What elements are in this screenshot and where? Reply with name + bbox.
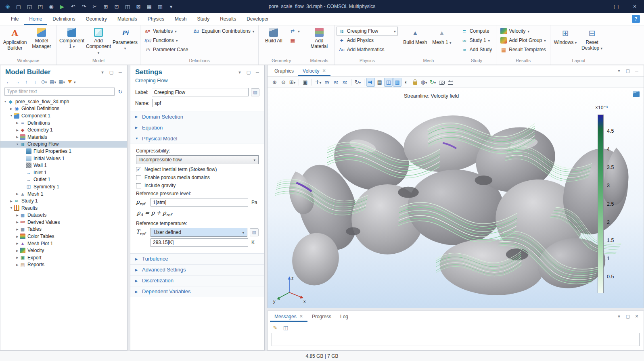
tree-item-geometry-1[interactable]: Geometry 1 (0, 126, 127, 134)
zoom-in-icon[interactable]: ⊕ (270, 78, 279, 87)
new-file-icon[interactable]: ▢ (13, 1, 24, 12)
import-geometry-button[interactable] (287, 27, 302, 35)
mesh-1-button[interactable]: Mesh 1 (429, 27, 455, 56)
filter-funnel-icon[interactable] (68, 80, 72, 83)
close-panel-icon[interactable]: ─ (633, 67, 640, 75)
porous-media-checkbox[interactable] (136, 175, 141, 180)
section-turbulence[interactable]: Turbulence (130, 253, 264, 264)
menu-home[interactable]: Home (24, 13, 47, 25)
cut-icon[interactable]: ✂ (90, 1, 100, 12)
move-down-icon[interactable]: ↓ (31, 78, 39, 86)
chevron-right-icon[interactable] (15, 263, 20, 267)
close-panel-icon[interactable]: ✕ (633, 313, 640, 320)
maximize-button[interactable]: ▢ (607, 0, 625, 13)
help-button[interactable]: ? (632, 15, 640, 23)
copy-icon[interactable]: ⊞ (100, 1, 111, 12)
add-material-button[interactable]: Add Material (306, 27, 332, 56)
tree-item-inlet-1[interactable]: Inlet 1 (0, 169, 127, 176)
stokes-flow-checkbox[interactable] (136, 167, 141, 172)
add-component-button[interactable]: Add Component (86, 27, 111, 56)
tree-item-initial-values-1[interactable]: Initial Values 1 (0, 155, 127, 162)
move-up-icon[interactable]: ↑ (22, 78, 30, 86)
chevron-right-icon[interactable] (15, 227, 20, 231)
delete-sequence-button[interactable] (287, 36, 302, 45)
parameters-button[interactable]: Parameters (112, 27, 138, 56)
close-panel-icon[interactable]: ─ (254, 69, 261, 76)
float-panel-icon[interactable]: ▢ (624, 67, 631, 75)
tree-view-icon[interactable]: ▦ (58, 78, 66, 86)
print-icon[interactable] (446, 78, 455, 87)
build-mesh-button[interactable]: Build Mesh (402, 27, 428, 56)
reset-desktop-button[interactable]: Reset Desktop (579, 27, 605, 56)
tree-item-velocity[interactable]: Velocity (0, 247, 127, 254)
porous-media-checkbox-row[interactable]: Enable porous media domains (136, 175, 259, 180)
panel-menu-chevron-icon[interactable]: ▾ (615, 313, 623, 320)
gravity-checkbox-row[interactable]: Include gravity (136, 183, 259, 188)
menu-file[interactable]: File (6, 13, 24, 25)
paste-icon[interactable]: ⊡ (111, 1, 122, 12)
update-results-icon[interactable]: ↻ (429, 78, 437, 87)
reference-pressure-input[interactable] (151, 198, 248, 207)
tree-item-creeping-flow[interactable]: Creeping Flow (0, 141, 127, 148)
add-plot-group-button[interactable]: Add Plot Group (498, 36, 548, 45)
selection-list-icon[interactable]: ▤ (251, 88, 259, 96)
float-panel-icon[interactable]: ▢ (624, 313, 631, 320)
close-button[interactable]: × (625, 0, 644, 13)
tree-item-materials[interactable]: Materials (0, 134, 127, 141)
plot-window-icon[interactable] (633, 91, 640, 97)
refresh-view-icon[interactable]: ↻ (353, 78, 362, 87)
tree-item-symmetry-1[interactable]: Symmetry 1 (0, 183, 127, 190)
snapshot-icon[interactable] (437, 78, 446, 87)
customize-toolbar-chevron-icon[interactable]: ▾ (166, 1, 176, 12)
tree-item-mesh-1[interactable]: Mesh 1 (0, 190, 127, 198)
minimize-button[interactable]: – (588, 0, 607, 13)
tab-graphics[interactable]: Graphics (270, 65, 298, 76)
table-icon[interactable]: ▦ (144, 1, 155, 12)
preview-icon[interactable]: ◉ (46, 1, 56, 12)
tree-item-derived-values[interactable]: Derived Values (0, 219, 127, 226)
tree-item-root[interactable]: pore_scale_flow_3d.mph (0, 98, 127, 105)
tree-item-definitions[interactable]: Definitions (0, 119, 127, 127)
delete-icon[interactable]: ⊠ (133, 1, 144, 12)
tree-item-global-definitions[interactable]: Global Definitions (0, 105, 127, 113)
duplicate-icon[interactable]: ◫ (122, 1, 133, 12)
add-mathematics-button[interactable]: Add Mathematics (337, 45, 398, 54)
float-panel-icon[interactable]: ▢ (108, 69, 115, 76)
image-view-icon[interactable]: ◫ (384, 78, 393, 87)
component-1-button[interactable]: Component 1 (59, 27, 85, 56)
tab-messages[interactable]: Messages ✕ (270, 311, 307, 322)
tree-item-outlet-1[interactable]: Outlet 1 (0, 176, 127, 184)
save-icon[interactable]: ◳ (35, 1, 46, 12)
zoom-box-icon[interactable]: ⊞ (288, 78, 297, 87)
menu-study[interactable]: Study (192, 13, 215, 25)
physics-interface-combo[interactable]: Creeping Flow (337, 27, 398, 35)
tree-item-color-tables[interactable]: Color Tables (0, 233, 127, 240)
chevron-right-icon[interactable] (15, 213, 20, 217)
section-discretization[interactable]: Discretization (130, 275, 264, 286)
open-file-icon[interactable]: ◱ (24, 1, 35, 12)
application-builder-button[interactable]: Application Builder (2, 27, 28, 56)
graphics-canvas[interactable]: Streamline: Velocity field ×10⁻³ 4.5 4 3… (268, 88, 644, 308)
go-to-default-view-icon[interactable]: ✛ (314, 78, 322, 87)
menu-results[interactable]: Results (215, 13, 241, 25)
build-all-button[interactable]: Build All (261, 27, 286, 56)
zoom-out-icon[interactable]: ⊖ (279, 78, 288, 87)
chevron-down-icon[interactable] (15, 142, 20, 146)
back-icon[interactable]: ← (4, 78, 13, 86)
panel-menu-chevron-icon[interactable]: ▾ (99, 69, 106, 76)
copy-table-icon[interactable]: ◫ (282, 324, 289, 331)
edit-expression-icon[interactable]: ▤ (250, 228, 259, 236)
refresh-tree-icon[interactable]: ↻ (117, 89, 124, 95)
functions-button[interactable]: Functions (142, 36, 190, 45)
grid-icon[interactable]: ▥ (155, 1, 165, 12)
collapse-tree-icon[interactable]: ▤ (49, 78, 57, 86)
stokes-flow-checkbox-row[interactable]: Neglect inertial term (Stokes flow) (136, 167, 259, 172)
compute-button[interactable]: Compute (459, 27, 494, 35)
close-tab-icon[interactable]: ✕ (299, 314, 303, 319)
add-physics-button[interactable]: Add Physics (337, 36, 398, 45)
sound-toggle-icon[interactable] (366, 78, 375, 87)
chevron-right-icon[interactable] (9, 107, 14, 111)
tab-log[interactable]: Log (336, 311, 353, 322)
menu-developer[interactable]: Developer (241, 13, 274, 25)
section-dependent-variables[interactable]: Dependent Variables (130, 286, 264, 297)
